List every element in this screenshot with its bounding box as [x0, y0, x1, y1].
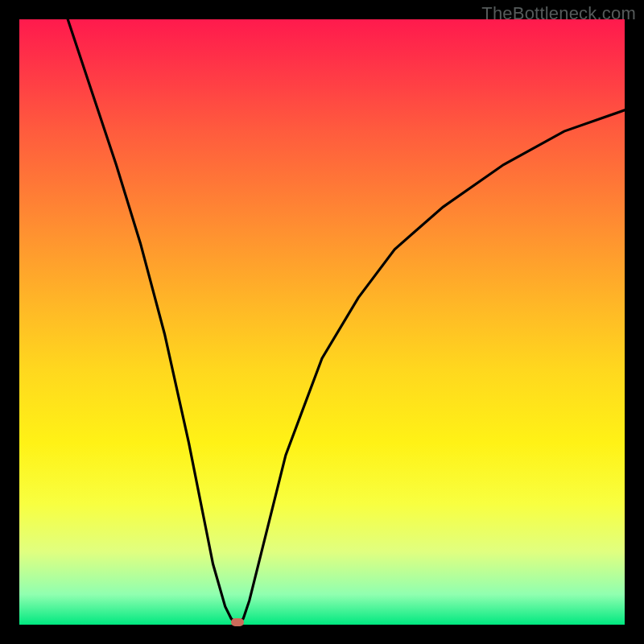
- chart-plot-area: [19, 19, 625, 625]
- optimal-point-marker: [231, 618, 244, 626]
- watermark-text: TheBottleneck.com: [481, 3, 636, 24]
